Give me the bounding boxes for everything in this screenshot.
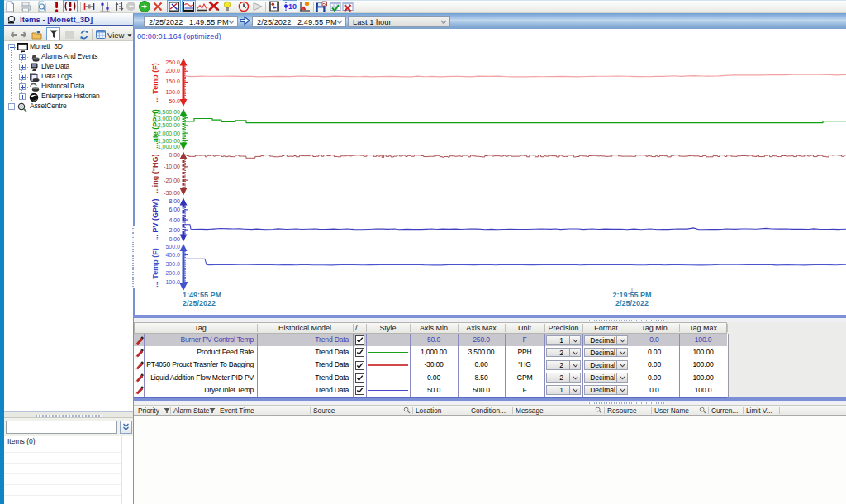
svg-text:... PV (GPM): ... PV (GPM) [151, 198, 159, 240]
svg-text:6.00: 6.00 [169, 207, 180, 212]
svg-text:2,500.00: 2,500.00 [158, 122, 180, 128]
svg-text:200.0: 200.0 [165, 68, 180, 74]
svg-text:... Temp (F): ... Temp (F) [151, 63, 159, 102]
svg-text:1,500.00: 1,500.00 [158, 138, 180, 144]
svg-text:8.00: 8.00 [169, 198, 180, 204]
svg-text:200.0: 200.0 [165, 270, 180, 276]
svg-text:... Temp (F): ... Temp (F) [151, 248, 159, 287]
svg-text:100.0: 100.0 [165, 89, 180, 95]
svg-text:...ing ("HG): ...ing ("HG) [151, 154, 159, 193]
svg-text:2,000.00: 2,000.00 [158, 131, 180, 136]
svg-text:...ate (PPH): ...ate (PPH) [151, 109, 159, 149]
svg-text:3,500.00: 3,500.00 [158, 109, 180, 115]
svg-text:150.0: 150.0 [165, 78, 180, 84]
svg-text:250.0: 250.0 [165, 59, 180, 65]
svg-text:4.00: 4.00 [169, 217, 180, 223]
svg-text:3,000.00: 3,000.00 [158, 116, 180, 121]
svg-text:300.0: 300.0 [165, 261, 180, 267]
svg-text:50.0: 50.0 [169, 98, 180, 104]
svg-text:-10.00: -10.00 [164, 164, 180, 169]
svg-text:2/25/2022: 2/25/2022 [615, 299, 649, 307]
svg-text:400.0: 400.0 [165, 252, 180, 258]
svg-text:10: 10 [288, 2, 297, 11]
svg-text:500.0: 500.0 [165, 244, 180, 250]
svg-text:1:49:55 PM: 1:49:55 PM [183, 291, 221, 299]
svg-text:0.00: 0.00 [169, 152, 180, 158]
svg-text:-30.00: -30.00 [164, 190, 180, 196]
svg-text:2:19:55 PM: 2:19:55 PM [612, 291, 651, 299]
svg-text:2/25/2022: 2/25/2022 [183, 299, 216, 307]
svg-text:2.00: 2.00 [169, 227, 180, 233]
svg-text:0.00: 0.00 [169, 236, 180, 242]
svg-text:-20.00: -20.00 [164, 178, 180, 183]
svg-text:1,000.00: 1,000.00 [158, 144, 180, 150]
svg-text:100.0: 100.0 [165, 279, 180, 285]
